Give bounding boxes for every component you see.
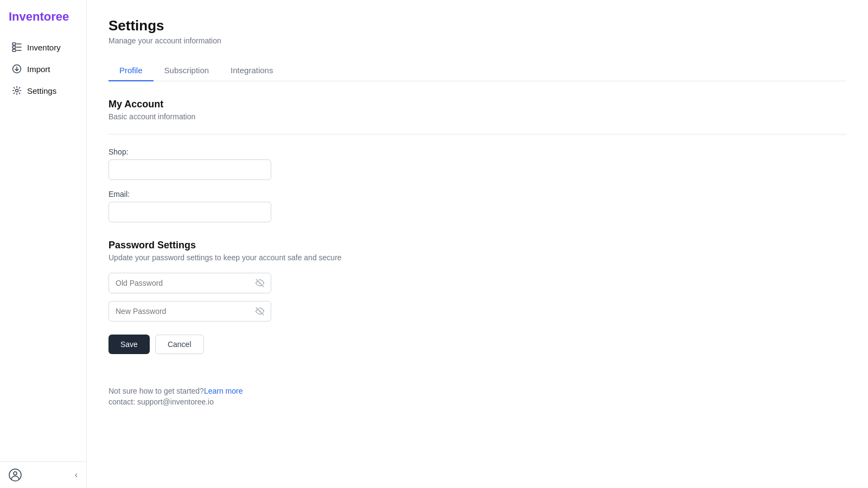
toggle-old-password-button[interactable] xyxy=(254,277,266,289)
sidebar-collapse-button[interactable]: ‹ xyxy=(75,470,78,480)
footer-help: Not sure how to get started?Learn more xyxy=(108,387,846,395)
toggle-new-password-button[interactable] xyxy=(254,305,266,317)
password-settings-subtitle: Update your password settings to keep yo… xyxy=(108,253,846,262)
account-divider xyxy=(108,134,846,134)
my-account-section: My Account Basic account information Sho… xyxy=(108,99,846,222)
password-settings-section: Password Settings Update your password s… xyxy=(108,240,846,354)
footer-contact: contact: support@inventoree.io xyxy=(108,397,846,406)
sidebar-item-import[interactable]: Import xyxy=(3,59,83,79)
shop-form-group: Shop: xyxy=(108,147,846,180)
shop-input[interactable] xyxy=(108,159,271,180)
sidebar-item-inventory[interactable]: Inventory xyxy=(3,37,83,57)
old-password-input[interactable] xyxy=(108,273,271,293)
my-account-subtitle: Basic account information xyxy=(108,112,846,121)
main-content: Settings Manage your account information… xyxy=(87,0,868,488)
email-form-group: Email: xyxy=(108,190,846,222)
footer-help-text: Not sure how to get started? xyxy=(108,387,204,395)
save-button[interactable]: Save xyxy=(108,335,150,354)
sidebar-item-inventory-label: Inventory xyxy=(27,43,61,52)
action-buttons: Save Cancel xyxy=(108,335,846,354)
sidebar-item-settings[interactable]: Settings xyxy=(3,80,83,101)
sidebar-item-import-label: Import xyxy=(27,65,50,74)
svg-rect-1 xyxy=(12,46,16,48)
tab-profile[interactable]: Profile xyxy=(108,60,154,81)
svg-point-9 xyxy=(14,472,17,475)
sidebar-item-settings-label: Settings xyxy=(27,86,56,95)
svg-rect-0 xyxy=(12,43,16,45)
my-account-title: My Account xyxy=(108,99,846,110)
settings-icon xyxy=(12,86,22,95)
learn-more-link[interactable]: Learn more xyxy=(204,387,243,395)
import-icon xyxy=(12,64,22,74)
password-settings-title: Password Settings xyxy=(108,240,846,251)
tab-subscription[interactable]: Subscription xyxy=(154,60,220,81)
page-title: Settings xyxy=(108,17,846,34)
shop-label: Shop: xyxy=(108,147,846,156)
cancel-button[interactable]: Cancel xyxy=(155,335,204,354)
old-password-form-group xyxy=(108,273,846,293)
svg-rect-2 xyxy=(12,49,16,52)
new-password-form-group xyxy=(108,301,846,322)
new-password-wrapper xyxy=(108,301,271,322)
brand-logo[interactable]: Inventoree xyxy=(0,0,86,33)
sidebar-nav: Inventory Import Settings xyxy=(0,33,86,461)
sidebar-user-avatar[interactable] xyxy=(9,468,22,481)
page-subtitle: Manage your account information xyxy=(108,36,846,45)
email-input[interactable] xyxy=(108,202,271,222)
tabs: Profile Subscription Integrations xyxy=(108,60,846,81)
svg-point-7 xyxy=(16,89,18,92)
new-password-input[interactable] xyxy=(108,301,271,322)
email-label: Email: xyxy=(108,190,846,198)
sidebar-bottom: ‹ xyxy=(0,461,86,488)
tab-integrations[interactable]: Integrations xyxy=(220,60,284,81)
old-password-wrapper xyxy=(108,273,271,293)
sidebar: Inventoree Inventory xyxy=(0,0,87,488)
inventory-icon xyxy=(12,42,22,52)
